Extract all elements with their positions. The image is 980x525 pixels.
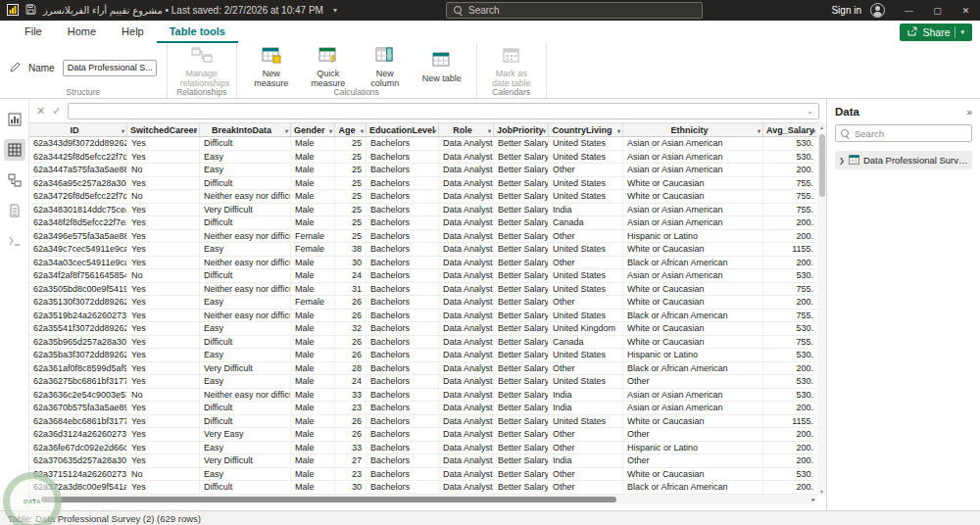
table-row[interactable]: 62a3496e575fa3a5ae88c4e6YesNeither easy … (29, 230, 817, 244)
table-row[interactable]: 62a3519b24a262602738514aYesNeither easy … (29, 310, 817, 323)
cell[interactable]: 25 (335, 190, 367, 203)
cell[interactable]: Yes (127, 230, 200, 243)
cell[interactable]: Easy (200, 296, 291, 309)
cell[interactable]: Bachelors (367, 151, 439, 164)
cell[interactable]: Bachelors (367, 283, 439, 296)
cell[interactable]: Yes (127, 375, 200, 388)
cell[interactable]: 25 (335, 164, 367, 176)
cell[interactable]: Yes (127, 322, 200, 335)
cell[interactable]: Data Analyst (439, 349, 494, 361)
scroll-down-icon[interactable]: ▾ (817, 488, 826, 495)
new-table-button[interactable]: New table (417, 50, 466, 86)
cell[interactable]: 25 (335, 230, 367, 243)
cell[interactable]: Easy (200, 322, 291, 335)
cell[interactable]: Difficult (200, 269, 291, 282)
cell[interactable]: 25 (335, 216, 367, 229)
scroll-right-icon[interactable]: ▸ (811, 496, 815, 503)
cell[interactable]: Neither easy nor difficult (200, 190, 291, 203)
cell[interactable]: Yes (127, 442, 200, 454)
cell[interactable]: 200. (763, 230, 817, 243)
cell[interactable]: Asian or Asian American (623, 137, 763, 150)
minimize-button[interactable]: — (895, 0, 923, 21)
cell[interactable]: Better Salary (494, 428, 549, 441)
cell[interactable]: United States (549, 375, 623, 388)
cell[interactable]: 530. (763, 137, 817, 150)
new-measure-button[interactable]: New measure (247, 45, 296, 91)
column-header[interactable]: Role▾ (439, 123, 494, 136)
cell[interactable]: Better Salary (494, 349, 549, 361)
table-row[interactable]: 62a370635d257a28a30de5ebYesVery Difficul… (29, 454, 817, 468)
cell[interactable]: Yes (127, 216, 200, 229)
column-header[interactable]: Avg_Salary▾ (763, 123, 817, 136)
cell[interactable]: India (549, 389, 623, 402)
cell[interactable]: Data Analyst (439, 389, 494, 402)
cell[interactable]: White or Caucasian (623, 415, 763, 428)
cell[interactable]: Asian or Asian American (623, 269, 763, 282)
cell[interactable]: 28 (335, 362, 367, 375)
cell[interactable]: Data Analyst (439, 283, 494, 296)
cell[interactable]: 530. (763, 468, 817, 481)
cell[interactable]: Easy (200, 349, 291, 361)
cell[interactable]: Bachelors (367, 243, 439, 256)
cell[interactable]: United States (549, 243, 623, 256)
cell[interactable]: United States (549, 177, 623, 190)
cell[interactable]: Asian or Asian American (623, 164, 763, 176)
cell[interactable]: 26 (335, 296, 367, 309)
cell[interactable]: Bachelors (367, 362, 439, 375)
cell[interactable]: No (127, 190, 200, 203)
cell[interactable]: 1155. (763, 243, 817, 256)
cell[interactable]: Neither easy nor difficult (200, 283, 291, 296)
cell[interactable]: Neither easy nor difficult (200, 230, 291, 243)
column-header[interactable]: CountryLiving▾ (549, 123, 623, 136)
cell[interactable]: 30 (335, 257, 367, 269)
cell[interactable]: Data Analyst (439, 375, 494, 388)
mark-as-date-table-button[interactable]: Mark as date table (487, 45, 536, 91)
cell[interactable]: 200. (763, 428, 817, 441)
cell[interactable]: Yes (127, 204, 200, 216)
table-name-input[interactable] (63, 60, 157, 76)
cell[interactable]: 755. (763, 190, 817, 203)
cell[interactable]: Other (623, 375, 763, 388)
cell[interactable]: 62a3496e575fa3a5ae88c4e6 (29, 230, 127, 243)
report-view-button[interactable] (4, 109, 25, 130)
cell[interactable]: Better Salary (494, 137, 549, 150)
column-filter-icon[interactable]: ▾ (329, 126, 332, 133)
cell[interactable]: Better Salary (494, 257, 549, 269)
cell[interactable]: 530. (763, 375, 817, 388)
cell[interactable]: 755. (763, 310, 817, 322)
cell[interactable]: Difficult (200, 216, 291, 229)
cell[interactable]: Black or African American (623, 481, 763, 494)
cell[interactable]: 32 (335, 322, 367, 335)
cell[interactable]: Yes (127, 454, 200, 467)
cell[interactable]: Very Difficult (200, 454, 291, 467)
commit-formula-icon[interactable]: ✓ (52, 106, 61, 117)
cell[interactable]: 200. (763, 296, 817, 309)
cell[interactable]: 23 (335, 402, 367, 414)
cell[interactable]: Data Analyst (439, 190, 494, 203)
cell[interactable]: 62a3447a575fa3a5ae88b6c0 (29, 164, 127, 176)
cell[interactable]: 25 (335, 137, 367, 150)
column-filter-icon[interactable]: ▾ (433, 126, 436, 133)
cell[interactable]: Better Salary (494, 442, 549, 454)
cell[interactable]: Bachelors (367, 269, 439, 282)
cell[interactable]: 62a35130f3072dd892624c9f (29, 296, 127, 309)
cell[interactable]: Black or African American (623, 310, 763, 322)
cell[interactable]: 23 (335, 468, 367, 481)
cell[interactable]: 62a34425f8d5efcc22f7d525 (29, 151, 127, 164)
column-filter-icon[interactable]: ▾ (543, 126, 546, 133)
cell[interactable]: Yes (127, 177, 200, 190)
cell[interactable]: Yes (127, 402, 200, 414)
cell[interactable]: Other (623, 428, 763, 441)
table-row[interactable]: 62a343d9f3072dd892622fe4YesDifficultMale… (29, 137, 817, 151)
cell[interactable]: Neither easy nor difficult (200, 257, 291, 269)
column-header[interactable]: ID▾ (29, 123, 127, 136)
cell[interactable]: Better Salary (494, 164, 549, 176)
table-row[interactable]: 62a349c7cec54911e9ca67c7YesEasyFemale38B… (29, 243, 817, 257)
cell[interactable]: Bachelors (367, 257, 439, 269)
tab-help[interactable]: Help (109, 21, 157, 43)
column-header[interactable]: Age▾ (335, 123, 367, 136)
column-filter-icon[interactable]: ▾ (361, 126, 364, 133)
cell[interactable]: United States (549, 283, 623, 296)
cell[interactable]: 26 (335, 336, 367, 349)
cell[interactable]: Bachelors (367, 322, 439, 335)
